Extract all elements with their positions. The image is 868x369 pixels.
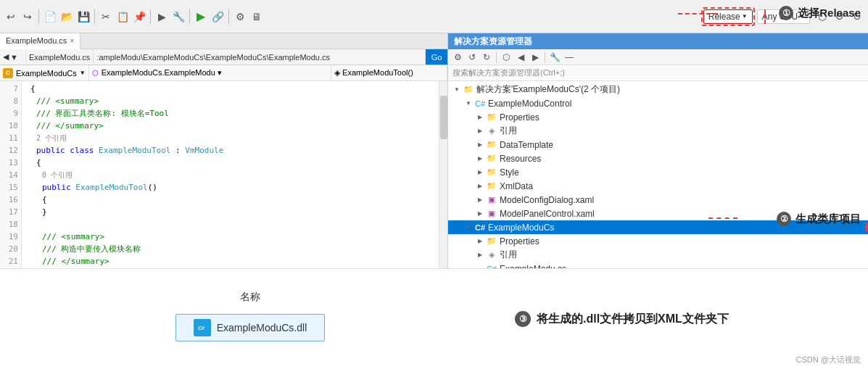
bottom-right: ③ 将生成的.dll文件拷贝到XML文件夹下 CSDN @大话视觉 <box>500 269 868 369</box>
active-tab-label: ExampleModu.cs <box>6 36 67 45</box>
prop2-expander[interactable]: ▶ <box>474 236 486 247</box>
code-line-14: { <box>25 194 436 206</box>
code-editor: 7 8 9 10 11 12 13 14 15 16 17 18 19 20 <box>0 81 447 268</box>
bottom-section: 名称 C# ExampleModuCs.dll ③ 将生成的.dll文件拷贝到X… <box>0 268 868 369</box>
class-nav-item[interactable]: C ExampleModuCs ▼ <box>0 65 89 80</box>
mcd-expander[interactable]: ▶ <box>474 194 486 206</box>
tree-root[interactable]: ▼ 📁 解决方案'ExampleModuCs'(2 个项目) <box>448 83 868 96</box>
code-line-ref1: 2 个引用 <box>25 132 436 144</box>
tree-item-XmlData[interactable]: ▶ 📁 XmlData <box>448 179 868 193</box>
tree-label-res: Resources <box>500 154 541 164</box>
tree-label-modu: ExampleModuCs <box>488 223 554 233</box>
scrollbar-thumb[interactable] <box>440 96 447 139</box>
solution-panel: 解决方案资源管理器 ⚙ ↺ ↻ ⬡ ◀ ▶ 🔧 — 搜索解决方案资源管理器(Ct… <box>448 33 868 268</box>
redo-icon[interactable]: ↪ <box>20 9 36 25</box>
toolbar-icons: ↩ ↪ 📄 📂 💾 ✂ 📋 📌 ▶ 🔧 ▶ 🔗 ⚙ 🖥 <box>3 9 702 25</box>
tree-item-Ref2[interactable]: ▶ ◈ 引用 <box>448 248 868 262</box>
code-line-ref2: 0 个引用 <box>25 169 436 181</box>
nav-path-label: :ampleModu\ExampleModuCs\ExampleModuCs\E… <box>96 53 330 62</box>
sol-icon7[interactable]: 🔧 <box>548 51 561 64</box>
tree-item-ExampleModu[interactable]: C# ExampleModu.cs <box>448 262 868 268</box>
tree-item-ExampleModuControl[interactable]: ▼ C# ExampleModuControl <box>448 96 868 110</box>
new-file-icon[interactable]: 📄 <box>42 9 58 25</box>
code-line-18: /// 构造中要传入模块名称 <box>25 243 436 255</box>
nav-arrows[interactable]: ◀ ▼ <box>0 49 26 65</box>
dt-expander[interactable]: ▶ <box>474 139 486 151</box>
sol-sep2 <box>545 51 545 63</box>
class-nav-bar: C ExampleModuCs ▼ ⬡ ExampleModuCs.Exampl… <box>0 65 447 81</box>
code-nav-bar: ◀ ▼ ExampleModu.cs :ampleModu\ExampleMod… <box>0 49 447 65</box>
ctrl-expander[interactable]: ▼ <box>463 98 474 109</box>
debug-icon[interactable]: 🔧 <box>170 9 186 25</box>
sol-icon6[interactable]: ▶ <box>529 51 542 64</box>
xaml-icon-mcd: ▣ <box>486 194 497 206</box>
solution-header: 解决方案资源管理器 <box>448 33 868 49</box>
sep4 <box>189 9 190 24</box>
svg-text:C#: C# <box>198 326 204 331</box>
sep1 <box>38 9 39 24</box>
tree-item-Resources[interactable]: ▶ 📁 Resources <box>448 152 868 165</box>
em-expander[interactable] <box>474 263 486 269</box>
nav-path[interactable]: :ampleModu\ExampleModuCs\ExampleModuCs\E… <box>94 49 426 65</box>
cs-icon-em: C# <box>486 263 497 269</box>
method2-nav-item[interactable]: ◈ ExampleModuTool() <box>331 65 447 80</box>
tree-label-ref2: 引用 <box>500 249 517 261</box>
tree-item-Style[interactable]: ▶ 📁 Style <box>448 165 868 179</box>
mpc-expander[interactable]: ▶ <box>474 208 486 220</box>
method-nav-item[interactable]: ⬡ ExampleModuCs.ExampleModu ▾ <box>89 65 331 80</box>
step2-number: ② <box>777 212 791 226</box>
platform-icon[interactable]: 🖥 <box>249 9 265 25</box>
sol-icon5[interactable]: ◀ <box>514 51 527 64</box>
solution-search-placeholder: 搜索解决方案资源管理器(Ctrl+;) <box>452 67 565 78</box>
sol-icon4[interactable]: ⬡ <box>500 51 513 64</box>
active-tab-close[interactable]: × <box>70 37 74 45</box>
open-icon[interactable]: 📂 <box>59 9 75 25</box>
go-button[interactable]: Go <box>426 49 447 65</box>
code-line-9: /// 界面工具类名称: 模块名=Tool <box>25 107 436 120</box>
solution-cfg-icon[interactable]: ⚙ <box>232 9 248 25</box>
prop1-expander[interactable]: ▶ <box>474 112 486 123</box>
sep3 <box>150 9 151 24</box>
method-icon: ⬡ <box>92 69 99 77</box>
tree-item-ModelConfigDialog[interactable]: ▶ ▣ ModelConfigDialog.xaml <box>448 193 868 207</box>
code-line-10: /// </summary> <box>25 120 436 132</box>
copy-icon[interactable]: 📋 <box>115 9 131 25</box>
sol-icon2[interactable]: ↺ <box>466 51 479 64</box>
folder-icon-style: 📁 <box>486 167 497 178</box>
xml-expander[interactable]: ▶ <box>474 181 486 192</box>
active-tab[interactable]: ExampleModu.cs × <box>0 33 80 49</box>
modu-expander[interactable]: ▼ <box>463 222 474 233</box>
res-expander[interactable]: ▶ <box>474 153 486 165</box>
ref1-expander[interactable]: ▶ <box>474 125 486 137</box>
ref2-expander[interactable]: ▶ <box>474 249 486 261</box>
nav-left-icon[interactable]: ◀ <box>3 52 9 62</box>
release-button[interactable]: Release ▼ <box>703 9 753 24</box>
folder-icon-res: 📁 <box>486 153 497 165</box>
nav-down-icon[interactable]: ▼ <box>10 53 18 62</box>
start-icon[interactable]: ▶ <box>193 9 209 25</box>
tree-item-Properties2[interactable]: ▶ 📁 Properties <box>448 234 868 248</box>
sol-icon8[interactable]: — <box>563 51 576 64</box>
root-expander[interactable]: ▼ <box>451 84 463 96</box>
style-expander[interactable]: ▶ <box>474 167 486 178</box>
paste-icon[interactable]: 📌 <box>131 9 147 25</box>
vertical-scrollbar[interactable] <box>439 81 447 268</box>
tree-item-DataTemplate[interactable]: ▶ 📁 DataTemplate <box>448 138 868 152</box>
step1-number: ① <box>779 6 793 20</box>
attach-icon[interactable]: 🔗 <box>210 9 226 25</box>
solution-toolbar: ⚙ ↺ ↻ ⬡ ◀ ▶ 🔧 — <box>448 49 868 65</box>
sol-icon1[interactable]: ⚙ <box>451 51 464 64</box>
solution-search-bar: 搜索解决方案资源管理器(Ctrl+;) <box>448 65 868 81</box>
build-icon[interactable]: ▶ <box>154 9 170 25</box>
tree-item-Properties1[interactable]: ▶ 📁 Properties <box>448 110 868 124</box>
tree-label-xml: XmlData <box>500 181 533 191</box>
code-line-13: public ExampleModuTool() <box>25 181 436 194</box>
sol-icon3[interactable]: ↻ <box>480 51 493 64</box>
undo-icon[interactable]: ↩ <box>3 9 19 25</box>
dashed-line-2 <box>708 217 737 219</box>
cut-icon[interactable]: ✂ <box>98 9 114 25</box>
save-icon[interactable]: 💾 <box>75 9 91 25</box>
code-content[interactable]: { /// <summary> /// 界面工具类名称: 模块名=Tool //… <box>22 81 439 268</box>
nav-file[interactable]: ExampleModu.cs <box>26 49 94 65</box>
tree-item-Ref1[interactable]: ▶ ◈ 引用 <box>448 124 868 138</box>
